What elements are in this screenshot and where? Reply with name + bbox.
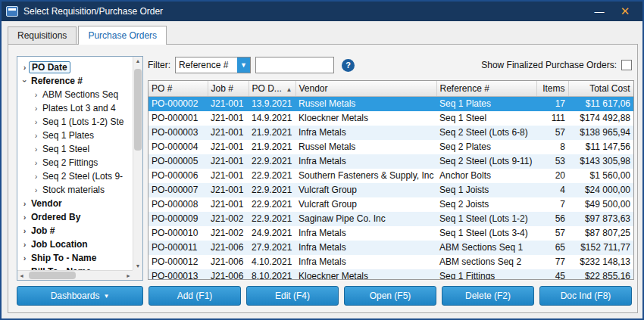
chevron-collapsed-icon[interactable]: › [32, 158, 40, 167]
cell-job: J21-006 [208, 241, 249, 255]
tree-item-label: Seq 2 Steel (Lots 9- [40, 171, 125, 182]
cell-job: J21-001 [208, 169, 249, 183]
cell-items: 7 [536, 197, 568, 212]
chevron-collapsed-icon[interactable]: › [20, 63, 29, 72]
button-add-f1[interactable]: Add (F1) [148, 286, 241, 306]
chevron-collapsed-icon[interactable]: › [32, 90, 40, 99]
cell-po-d: 22.9.2021 [249, 154, 295, 169]
scroll-right-icon[interactable]: ► [126, 273, 131, 278]
close-button[interactable]: ✕ [612, 2, 638, 21]
tab-requisitions[interactable]: Requisitions [8, 26, 77, 44]
column-header-job[interactable]: Job # [208, 81, 249, 96]
chevron-collapsed-icon[interactable]: › [20, 240, 29, 249]
tree-item-ship-to-name[interactable]: ›Ship To - Name [17, 251, 133, 265]
cell-job: J21-001 [208, 111, 249, 126]
table-row[interactable]: PO-000007J21-00122.9.2021Vulcraft GroupS… [148, 183, 633, 197]
column-header-po-d[interactable]: ▲PO D... [249, 81, 295, 96]
table-row[interactable]: PO-000013J21-0068.10.2021Kloeckner Metal… [148, 269, 633, 281]
cell-po: PO-000006 [148, 169, 208, 183]
cell-reference: ABM Sections Seq 1 [436, 241, 536, 255]
tree-item-vendor[interactable]: ›Vendor [17, 197, 133, 210]
button-edit-f4[interactable]: Edit (F4) [246, 286, 339, 306]
table-row[interactable]: PO-000001J21-00114.9.2021Kloeckner Metal… [148, 111, 633, 126]
chevron-down-icon[interactable]: ▼ [237, 57, 250, 73]
scroll-left-icon[interactable]: ◄ [19, 273, 24, 278]
cell-total-cost: $49 500,00 [568, 197, 633, 212]
tree-item-bill-to-name[interactable]: ›Bill To - Name [17, 265, 133, 270]
column-header-vendor[interactable]: Vendor [295, 81, 436, 96]
table-row[interactable]: PO-000003J21-00121.9.2021Infra MetalsSeq… [148, 126, 633, 140]
column-header-items[interactable]: Items [536, 81, 568, 96]
table-row[interactable]: PO-000008J21-00122.9.2021Vulcraft GroupS… [148, 197, 633, 212]
tree-item-seq-1-steel[interactable]: ›Seq 1 Steel [17, 142, 133, 156]
cell-po: PO-000001 [148, 111, 208, 126]
button-doc-ind-f8[interactable]: Doc Ind (F8) [539, 286, 632, 306]
show-finalized-checkbox[interactable] [621, 60, 632, 70]
chevron-expanded-icon[interactable]: › [20, 77, 30, 85]
tree-item-seq-2-fittings[interactable]: ›Seq 2 Fittings [17, 156, 133, 169]
action-buttons: Add (F1)Edit (F4)Open (F5)Delete (F2)Doc… [148, 286, 632, 306]
filter-text-input[interactable] [255, 57, 334, 73]
tree-item-seq-1-plates[interactable]: ›Seq 1 Plates [17, 129, 133, 142]
tree-item-job-location[interactable]: ›Job Location [17, 238, 133, 251]
tree-item-label: Plates Lot 3 and 4 [40, 103, 118, 113]
table-row[interactable]: PO-000002J21-00113.9.2021Russel MetalsSe… [148, 96, 633, 111]
cell-total-cost: $152 711,77 [568, 241, 633, 255]
cell-items: 4 [536, 183, 568, 197]
column-header-reference[interactable]: Reference # [436, 81, 536, 96]
table-row[interactable]: PO-000010J21-00224.9.2021Infra MetalsSeq… [148, 226, 633, 241]
tree-item-stock-materials[interactable]: ›Stock materials [17, 183, 133, 197]
cell-po: PO-000003 [148, 126, 208, 140]
chevron-collapsed-icon[interactable]: › [32, 131, 40, 140]
tree-horizontal-scroll-thumb[interactable] [29, 272, 76, 279]
scroll-down-icon[interactable]: ▼ [136, 263, 141, 269]
chevron-collapsed-icon[interactable]: › [20, 213, 29, 222]
cell-job: J21-001 [208, 96, 249, 111]
chevron-collapsed-icon[interactable]: › [32, 144, 40, 154]
column-header-total-cost[interactable]: Total Cost [568, 81, 633, 96]
tree-item-label: Job # [29, 225, 57, 236]
column-header-po[interactable]: PO # [148, 81, 208, 96]
chevron-collapsed-icon[interactable]: › [32, 117, 40, 126]
table-row[interactable]: PO-000012J21-0064.10.2021Infra MetalsABM… [148, 255, 633, 269]
tree-item-plates-lot-3-and-4[interactable]: ›Plates Lot 3 and 4 [17, 101, 133, 115]
cell-items: 77 [536, 255, 568, 269]
tree-item-seq-1-lots-1-2-ste[interactable]: ›Seq 1 (Lots 1-2) Ste [17, 115, 133, 129]
cell-vendor: Saginaw Pipe Co. Inc [295, 212, 436, 226]
minimize-button[interactable]: — [586, 2, 612, 21]
chevron-collapsed-icon[interactable]: › [32, 104, 40, 113]
cell-vendor: Russel Metals [295, 96, 436, 111]
filter-type-select[interactable]: Reference # ▼ [175, 57, 251, 73]
tree-item-seq-2-steel-lots-9[interactable]: ›Seq 2 Steel (Lots 9- [17, 169, 133, 183]
scrollbar-corner [133, 270, 142, 280]
table-row[interactable]: PO-000009J21-00222.9.2021Saginaw Pipe Co… [148, 212, 633, 226]
scroll-up-icon[interactable]: ▲ [136, 58, 141, 64]
tab-purchase-orders[interactable]: Purchase Orders [78, 26, 167, 45]
tree-vertical-scroll-thumb[interactable] [134, 69, 142, 151]
help-icon[interactable]: ? [342, 59, 355, 72]
tree-item-job[interactable]: ›Job # [17, 224, 133, 238]
tree-item-abm-sections-seq[interactable]: ›ABM Sections Seq [17, 88, 133, 101]
table-row[interactable]: PO-000005J21-00122.9.2021Infra MetalsSeq… [148, 154, 633, 169]
table-row[interactable]: PO-000004J21-00121.9.2021Russel MetalsSe… [148, 140, 633, 154]
filter-label: Filter: [148, 60, 170, 70]
tree-item-po-date[interactable]: ›PO Date [17, 61, 133, 74]
cell-total-cost: $143 305,98 [568, 154, 633, 169]
chevron-collapsed-icon[interactable]: › [32, 172, 40, 181]
button-delete-f2[interactable]: Delete (F2) [442, 286, 534, 306]
cell-items: 8 [536, 140, 568, 154]
cell-vendor: Kloeckner Metals [295, 269, 436, 281]
table-row[interactable]: PO-000006J21-00122.9.2021Southern Fasten… [148, 169, 633, 183]
chevron-collapsed-icon[interactable]: › [20, 199, 29, 208]
dashboards-button[interactable]: Dashboards ▼ [17, 286, 143, 306]
chevron-collapsed-icon[interactable]: › [32, 185, 40, 194]
tab-page-purchase-orders: ›PO Date›Reference #›ABM Sections Seq›Pl… [8, 44, 638, 313]
cell-items: 56 [536, 212, 568, 226]
tree-item-reference[interactable]: ›Reference # [17, 74, 133, 88]
cell-po-d: 22.9.2021 [249, 183, 295, 197]
button-open-f5[interactable]: Open (F5) [344, 286, 436, 306]
tree-item-ordered-by[interactable]: ›Ordered By [17, 210, 133, 224]
chevron-collapsed-icon[interactable]: › [20, 253, 29, 263]
table-row[interactable]: PO-000011J21-00627.9.2021Infra MetalsABM… [148, 241, 633, 255]
chevron-collapsed-icon[interactable]: › [20, 226, 29, 235]
